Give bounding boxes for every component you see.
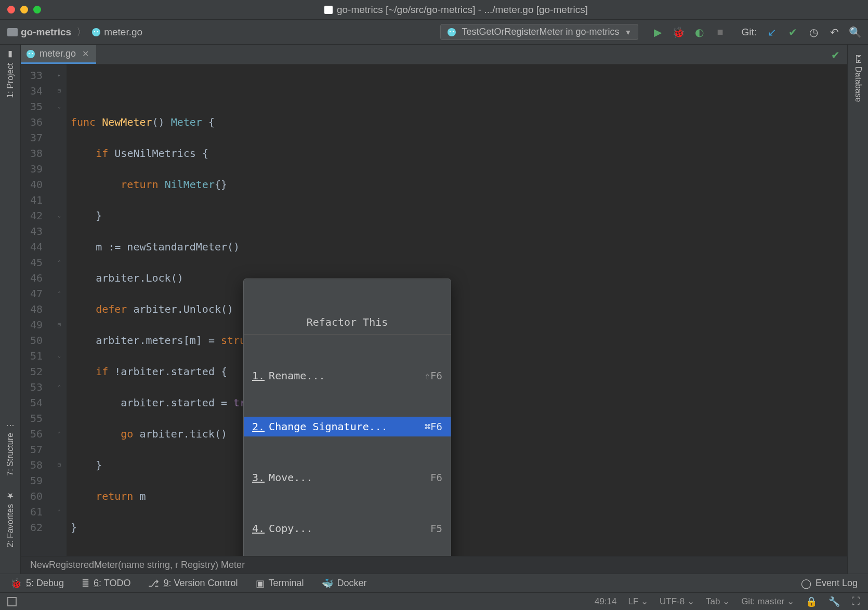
line-number: 38	[26, 145, 43, 161]
close-window-button[interactable]	[7, 6, 15, 14]
line-number: 47	[26, 286, 43, 301]
left-tool-strip: 1: Project ▮ 7: Structure ⋮ 2: Favorites…	[0, 45, 21, 574]
popup-item-rename[interactable]: 1.Rename... ⇧F6	[244, 366, 451, 386]
line-number: 61	[26, 504, 43, 520]
bottom-tab-docker[interactable]: 🐳 Docker	[322, 578, 367, 589]
tool-windows-toggle-icon[interactable]	[7, 597, 17, 606]
caret-position[interactable]: 49:14	[595, 596, 617, 607]
editor-tab-label: meter.go	[40, 48, 76, 59]
line-number: 44	[26, 239, 43, 255]
line-number: 55	[26, 410, 43, 426]
structure-icon: ⋮	[5, 421, 15, 430]
editor-tab-meter[interactable]: meter.go ✕	[21, 45, 96, 64]
svg-point-2	[97, 31, 98, 32]
breadcrumb[interactable]: go-metrics 〉 meter.go	[7, 25, 142, 39]
sidebar-tab-database[interactable]: 🗄 Database	[853, 55, 863, 102]
zoom-window-button[interactable]	[33, 6, 41, 14]
bottom-tab-version-control[interactable]: ⎇ 9: Version Control	[148, 578, 238, 589]
svg-point-7	[29, 52, 30, 54]
run-button[interactable]: ▶	[652, 26, 663, 38]
fold-gutter[interactable]: ▸⊟⌄⌄⌃⌃⊟⌄⌃⌃⊟⌃	[52, 64, 67, 556]
popup-item-copy[interactable]: 4.Copy... F5	[244, 519, 451, 538]
sidebar-tab-label: 1: Project	[6, 63, 15, 98]
minimize-window-button[interactable]	[20, 6, 28, 14]
git-revert-button[interactable]: ↶	[828, 26, 840, 38]
run-configuration-label: TestGetOrRegisterMeter in go-metrics	[462, 26, 619, 37]
sidebar-tab-project[interactable]: 1: Project ▮	[5, 50, 15, 98]
line-number: 57	[26, 442, 43, 457]
line-number: 45	[26, 255, 43, 270]
sidebar-tab-label: Database	[853, 67, 863, 102]
database-icon: 🗄	[853, 55, 863, 63]
git-history-button[interactable]: ◷	[808, 26, 819, 38]
balloon-icon: ◯	[801, 578, 811, 589]
bottom-tab-event-log[interactable]: ◯ Event Log	[801, 578, 858, 589]
readonly-toggle-icon[interactable]: 🔒	[806, 596, 817, 607]
stop-button[interactable]: ■	[714, 26, 726, 38]
go-run-icon	[447, 28, 456, 37]
file-icon	[324, 6, 333, 14]
window-titlebar: go-metrics [~/go/src/go-metrics] - .../m…	[0, 0, 868, 20]
svg-point-3	[448, 28, 456, 36]
docker-icon: 🐳	[322, 578, 333, 589]
settings-icon[interactable]: 🔧	[828, 596, 840, 607]
line-number: 39	[26, 161, 43, 177]
svg-point-1	[94, 31, 95, 32]
debug-button[interactable]: 🐞	[673, 26, 684, 38]
toolbar-actions: ▶ 🐞 ◐ ■ Git: ↙ ✔ ◷ ↶ 🔍	[652, 26, 861, 38]
main-area: 1: Project ▮ 7: Structure ⋮ 2: Favorites…	[0, 45, 868, 574]
search-everywhere-button[interactable]: 🔍	[849, 26, 861, 38]
git-update-button[interactable]: ↙	[766, 26, 778, 38]
run-with-coverage-button[interactable]: ◐	[693, 26, 705, 38]
editor: meter.go ✕ ✔ 333435363738394041424344454…	[21, 45, 847, 574]
sidebar-tab-structure[interactable]: 7: Structure ⋮	[5, 421, 15, 476]
sidebar-tab-label: 2: Favorites	[6, 504, 15, 548]
svg-point-4	[450, 31, 451, 32]
close-tab-icon[interactable]: ✕	[82, 49, 89, 59]
breadcrumb-separator: 〉	[76, 25, 86, 39]
line-number: 33	[26, 68, 43, 83]
line-number-gutter: 3334353637383940414243444546474849505152…	[21, 64, 52, 556]
svg-point-8	[32, 52, 33, 54]
line-number: 37	[26, 130, 43, 145]
list-icon: ≣	[82, 578, 89, 589]
svg-point-0	[92, 28, 100, 36]
window-title: go-metrics [~/go/src/go-metrics] - .../m…	[51, 4, 861, 16]
line-number: 56	[26, 426, 43, 442]
indent-settings[interactable]: Tab ⌄	[706, 596, 730, 607]
line-separator[interactable]: LF ⌄	[628, 596, 649, 607]
run-configuration-selector[interactable]: TestGetOrRegisterMeter in go-metrics ▼	[440, 24, 638, 40]
bottom-tab-terminal[interactable]: ▣ Terminal	[256, 578, 304, 589]
popup-item-move[interactable]: 3.Move... F6	[244, 468, 451, 487]
sidebar-tab-favorites[interactable]: 2: Favorites ★	[5, 491, 15, 548]
branch-icon: ⎇	[148, 578, 159, 589]
line-number: 34	[26, 83, 43, 99]
git-branch[interactable]: Git: master ⌄	[741, 596, 794, 607]
sidebar-tab-label: 7: Structure	[6, 433, 15, 476]
code-area[interactable]: 3334353637383940414243444546474849505152…	[21, 64, 847, 556]
memory-indicator-icon[interactable]: ⛶	[851, 596, 861, 607]
breadcrumb-file[interactable]: meter.go	[104, 26, 142, 38]
popup-item-change-signature[interactable]: 2.Change Signature... ⌘F6	[244, 417, 451, 436]
line-number: 46	[26, 270, 43, 286]
breadcrumb-project[interactable]: go-metrics	[21, 26, 71, 38]
terminal-icon: ▣	[256, 578, 265, 589]
editor-tabs: meter.go ✕	[21, 45, 847, 64]
bottom-tab-debug[interactable]: 🐞 5: Debug	[10, 578, 64, 589]
git-commit-button[interactable]: ✔	[787, 26, 798, 38]
inspection-status-icon[interactable]: ✔	[831, 49, 840, 61]
line-number: 43	[26, 223, 43, 239]
file-encoding[interactable]: UTF-8 ⌄	[660, 596, 694, 607]
line-number: 53	[26, 379, 43, 395]
line-number: 51	[26, 348, 43, 364]
bottom-tab-todo[interactable]: ≣ 6: TODO	[82, 578, 130, 589]
svg-point-6	[27, 50, 35, 58]
star-icon: ★	[5, 491, 15, 501]
code-content[interactable]: func NewMeter() Meter { if UseNilMetrics…	[67, 64, 847, 556]
editor-breadcrumb[interactable]: NewRegisteredMeter(name string, r Regist…	[21, 556, 847, 574]
chevron-down-icon: ▼	[625, 28, 632, 36]
bottom-tool-bar: 🐞 5: Debug ≣ 6: TODO ⎇ 9: Version Contro…	[0, 574, 868, 592]
bug-icon: 🐞	[10, 578, 22, 589]
folder-icon	[7, 28, 18, 36]
go-file-icon	[26, 49, 35, 59]
